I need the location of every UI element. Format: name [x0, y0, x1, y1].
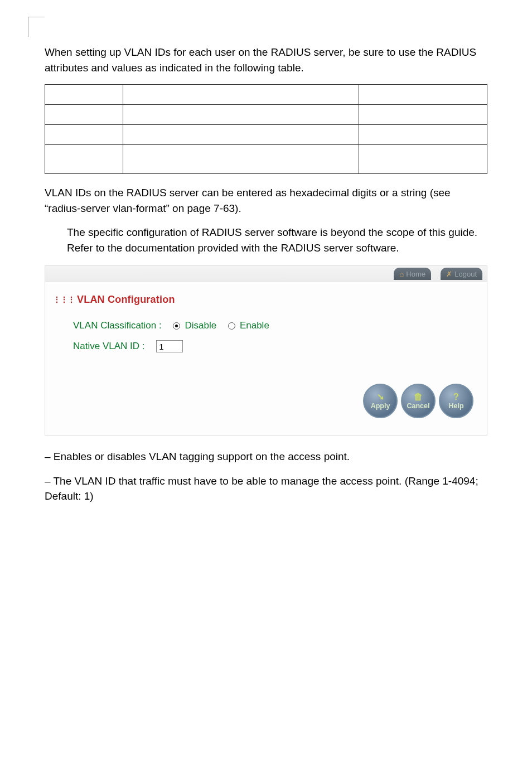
section-title-text: VLAN Configuration	[77, 294, 175, 305]
table-cell	[45, 145, 123, 174]
apply-button-label: Apply	[371, 402, 390, 410]
table-row	[45, 145, 487, 174]
cancel-button-label: Cancel	[407, 402, 430, 410]
table-row	[45, 85, 487, 105]
help-button[interactable]: ? Help	[439, 384, 473, 418]
vlan-classification-label: VLAN Classification :	[73, 320, 162, 331]
enable-radio-label: Enable	[240, 320, 269, 331]
disable-radio[interactable]	[173, 322, 180, 330]
button-bar: ➘ Apply 🗑 Cancel ? Help	[45, 361, 487, 422]
title-dots-icon: ⋮⋮⋮	[53, 295, 75, 304]
logout-tab-label: Logout	[454, 270, 477, 278]
table-cell	[359, 125, 487, 145]
help-button-label: Help	[448, 402, 463, 410]
table-cell	[123, 105, 359, 125]
cancel-icon: 🗑	[414, 393, 423, 401]
section-title: ⋮⋮⋮VLAN Configuration	[45, 282, 487, 320]
crop-mark	[28, 17, 45, 37]
form-area: VLAN Classification : Disable Enable Nat…	[45, 320, 487, 352]
table-cell	[123, 85, 359, 105]
native-vlan-input[interactable]	[156, 340, 183, 352]
classification-desc: – Enables or disables VLAN tagging suppo…	[45, 449, 487, 465]
native-vlan-desc: – The VLAN ID that traffic must have to …	[45, 473, 487, 504]
enable-radio[interactable]	[228, 322, 235, 330]
radius-attributes-table	[45, 84, 487, 174]
vlan-id-paragraph: VLAN IDs on the RADIUS server can be ent…	[45, 185, 487, 216]
table-cell	[45, 105, 123, 125]
table-cell	[359, 145, 487, 174]
native-vlan-label: Native VLAN ID :	[73, 341, 145, 352]
table-cell	[45, 125, 123, 145]
home-icon: ⌂	[399, 270, 404, 278]
table-cell	[359, 105, 487, 125]
panel-tabbar: ⌂ Home ✗ Logout	[45, 266, 487, 282]
table-cell	[359, 85, 487, 105]
page-content: When setting up VLAN IDs for each user o…	[0, 0, 532, 504]
apply-button[interactable]: ➘ Apply	[363, 384, 398, 418]
vlan-config-panel: ⌂ Home ✗ Logout ⋮⋮⋮VLAN Configuration VL…	[45, 265, 487, 436]
table-row	[45, 105, 487, 125]
native-vlan-row: Native VLAN ID :	[73, 340, 487, 352]
note-text: The specific configuration of RADIUS ser…	[67, 225, 487, 255]
logout-tab[interactable]: ✗ Logout	[441, 268, 482, 280]
apply-icon: ➘	[377, 393, 384, 401]
note-block: The specific configuration of RADIUS ser…	[67, 225, 487, 255]
vlan-classification-row: VLAN Classification : Disable Enable	[73, 320, 487, 331]
help-icon: ?	[453, 393, 459, 401]
table-cell	[123, 145, 359, 174]
intro-paragraph: When setting up VLAN IDs for each user o…	[45, 45, 487, 75]
cancel-button[interactable]: 🗑 Cancel	[401, 384, 436, 418]
home-tab-label: Home	[406, 270, 425, 278]
table-row	[45, 125, 487, 145]
table-cell	[123, 125, 359, 145]
disable-radio-label: Disable	[185, 320, 216, 331]
radio-dot-icon	[175, 325, 178, 327]
logout-icon: ✗	[446, 270, 452, 278]
home-tab[interactable]: ⌂ Home	[394, 268, 431, 280]
table-cell	[45, 85, 123, 105]
